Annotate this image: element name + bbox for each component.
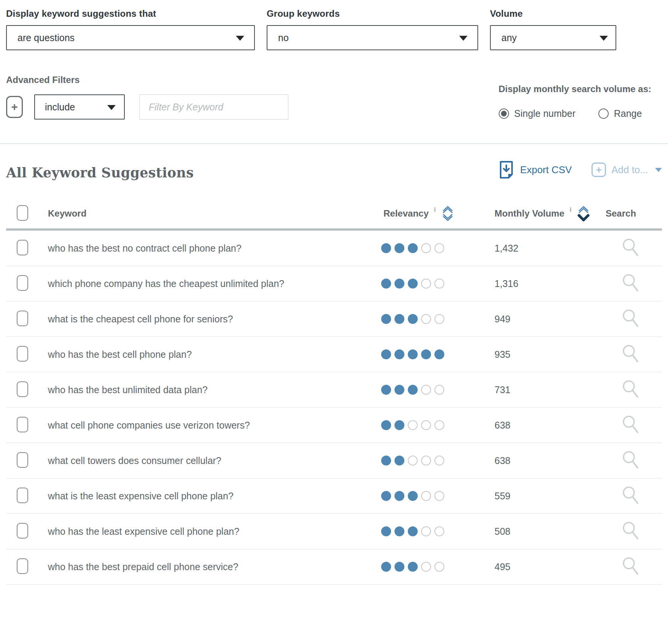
search-icon	[621, 485, 640, 505]
search-keyword-button[interactable]	[621, 450, 640, 470]
info-icon[interactable]: i	[434, 206, 436, 214]
row-checkbox[interactable]	[17, 488, 28, 503]
volume-value: 1,316	[495, 278, 606, 289]
suggestions-section-header: All Keyword Suggestions Export CSV + Add…	[6, 161, 662, 180]
relevancy-dot	[408, 491, 418, 501]
export-csv-button[interactable]: Export CSV	[499, 161, 572, 179]
column-header-relevancy: Relevancy i	[381, 205, 495, 222]
relevancy-dot	[408, 349, 418, 359]
filter-bar: Display keyword suggestions that are que…	[6, 0, 662, 50]
search-icon	[621, 521, 640, 540]
relevancy-dots	[381, 456, 495, 465]
select-all-checkbox[interactable]	[17, 205, 28, 221]
row-checkbox[interactable]	[17, 452, 28, 468]
relevancy-dot	[381, 279, 391, 289]
row-checkbox[interactable]	[17, 523, 28, 539]
relevancy-dot	[408, 420, 418, 430]
volume-value: 638	[495, 455, 606, 466]
column-header-keyword: Keyword	[48, 208, 381, 219]
keyword-cell-label: who has the least expensive cell phone p…	[48, 526, 381, 537]
relevancy-dots	[381, 314, 495, 324]
relevancy-dot	[381, 526, 391, 536]
add-filter-button[interactable]: +	[6, 96, 23, 118]
info-icon[interactable]: i	[570, 206, 572, 214]
search-keyword-button[interactable]	[621, 379, 640, 399]
search-keyword-button[interactable]	[621, 344, 640, 363]
radio-selected-icon[interactable]	[499, 108, 509, 119]
relevancy-dot	[408, 243, 418, 253]
group-keywords-label: Group keywords	[267, 8, 478, 19]
row-checkbox[interactable]	[17, 417, 28, 432]
filter-group-keywords: Group keywords no	[267, 8, 478, 50]
keyword-cell-label: who has the best prepaid cell phone serv…	[48, 561, 381, 572]
section-divider	[0, 143, 668, 144]
search-keyword-button[interactable]	[621, 556, 640, 576]
row-checkbox[interactable]	[17, 558, 28, 574]
volume-select-value: any	[501, 32, 517, 43]
filter-volume: Volume any	[490, 8, 616, 50]
search-keyword-button[interactable]	[621, 308, 640, 328]
search-keyword-button[interactable]	[621, 485, 640, 505]
column-header-search: Search	[606, 208, 662, 219]
suggestions-filter-label: Display keyword suggestions that	[6, 8, 255, 19]
include-select[interactable]: include	[34, 94, 125, 120]
relevancy-dots	[381, 349, 495, 359]
plus-icon: +	[592, 163, 606, 177]
radio-range-label: Range	[614, 108, 642, 119]
row-checkbox[interactable]	[17, 240, 28, 255]
table-row: what is the cheapest cell phone for seni…	[6, 301, 662, 337]
row-checkbox[interactable]	[17, 346, 28, 362]
relevancy-dot	[421, 385, 431, 395]
table-row: who has the least expensive cell phone p…	[6, 514, 662, 549]
search-keyword-button[interactable]	[621, 521, 640, 540]
filter-suggestions: Display keyword suggestions that are que…	[6, 8, 255, 50]
table-row: who has the best cell phone plan? 935	[6, 337, 662, 372]
relevancy-dot	[421, 562, 431, 572]
suggestions-select[interactable]: are questions	[6, 25, 255, 50]
search-keyword-button[interactable]	[621, 273, 640, 293]
sort-monthly-volume-icon[interactable]	[577, 205, 590, 222]
table-row: what cell phone companies use verizon to…	[6, 408, 662, 443]
relevancy-dot	[421, 349, 431, 359]
volume-select[interactable]: any	[490, 25, 616, 50]
table-row: who has the best prepaid cell phone serv…	[6, 549, 662, 585]
include-select-value: include	[45, 102, 75, 113]
relevancy-dot	[394, 562, 404, 572]
search-icon	[621, 273, 640, 293]
relevancy-dot	[434, 349, 444, 359]
relevancy-dot	[381, 420, 391, 430]
radio-unselected-icon[interactable]	[598, 108, 609, 119]
keyword-suggestions-table: Keyword Relevancy i Monthly Volume i	[6, 199, 662, 585]
filter-by-keyword-input[interactable]	[139, 94, 288, 120]
row-checkbox[interactable]	[17, 381, 28, 397]
group-keywords-select[interactable]: no	[267, 25, 478, 50]
relevancy-dot	[381, 491, 391, 501]
keyword-cell-label: what is the cheapest cell phone for seni…	[48, 314, 381, 325]
volume-value: 559	[495, 491, 606, 502]
search-icon	[621, 556, 640, 576]
search-keyword-button[interactable]	[621, 414, 640, 434]
relevancy-dot	[434, 526, 444, 536]
relevancy-dot	[421, 314, 431, 324]
relevancy-dot	[408, 562, 418, 572]
relevancy-dots	[381, 491, 495, 501]
advanced-filters-section: Advanced Filters + include Display month…	[6, 75, 662, 120]
relevancy-dot	[408, 385, 418, 395]
search-keyword-button[interactable]	[621, 238, 640, 257]
plus-icon: +	[11, 100, 18, 113]
volume-value: 949	[495, 314, 606, 325]
radio-range[interactable]: Range	[598, 108, 642, 119]
chevron-down-icon	[459, 36, 468, 41]
table-row: who has the best unlimited data plan? 73…	[6, 372, 662, 408]
radio-single-number[interactable]: Single number	[499, 108, 576, 119]
row-checkbox[interactable]	[17, 275, 28, 291]
row-checkbox[interactable]	[17, 311, 28, 326]
table-body: who has the best no contract cell phone …	[6, 231, 662, 585]
sort-relevancy-icon[interactable]	[442, 205, 454, 222]
radio-single-number-label: Single number	[514, 108, 576, 119]
relevancy-dots	[381, 279, 495, 289]
search-icon	[621, 450, 640, 470]
add-to-button[interactable]: + Add to...	[592, 163, 662, 177]
chevron-down-icon	[655, 168, 662, 172]
relevancy-dot	[394, 279, 404, 289]
